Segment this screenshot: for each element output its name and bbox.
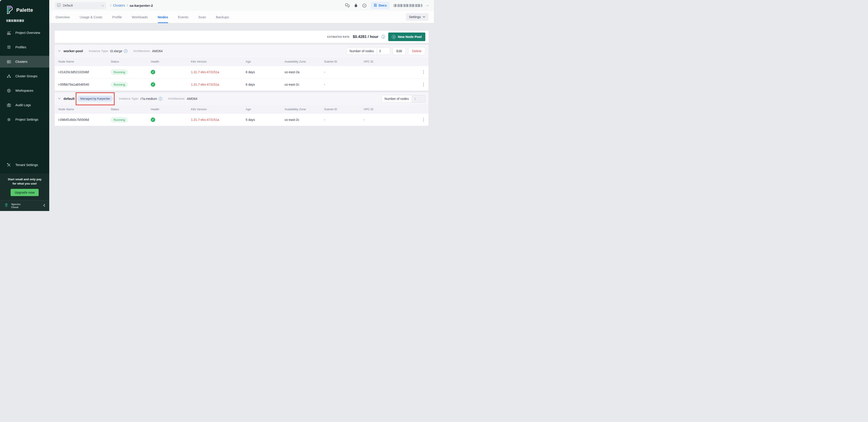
upgrade-now-button[interactable]: Upgrade now	[11, 189, 39, 196]
tab-profile[interactable]: Profile	[112, 11, 122, 23]
promo-line-1: Start small and only pay	[3, 177, 46, 182]
new-node-pool-button[interactable]: New Node Pool	[388, 33, 425, 41]
project-chart-icon	[57, 3, 61, 8]
tenant-name-redacted	[6, 20, 24, 22]
chevron-down-icon	[101, 3, 104, 7]
sidebar-item-profiles[interactable]: Profiles	[0, 41, 49, 53]
breadcrumb-current-page: sa-karpenter-2	[129, 4, 153, 7]
worker-pool-header: worker-pool Instance Type: t3.xlarge Arc…	[55, 45, 429, 57]
tab-scan[interactable]: Scan	[198, 11, 206, 23]
worker-pool-actions: Number of nodes 2 Edit Delete	[346, 47, 425, 55]
sidebar-item-project-settings[interactable]: Project Settings	[0, 113, 49, 125]
sidebar-footer: Spectro Cloud	[0, 200, 49, 211]
tab-workloads[interactable]: Workloads	[131, 11, 148, 23]
collapse-pool-chevron-icon[interactable]	[58, 98, 61, 100]
instance-type-info-icon[interactable]	[124, 49, 127, 53]
status-badge: Running	[111, 82, 128, 88]
user-name-redacted[interactable]	[394, 4, 422, 7]
table-row: i-05fbb79a1ab546540 Running 1.31.7-eks-4…	[55, 78, 429, 91]
edit-pool-button[interactable]: Edit	[393, 47, 406, 55]
top-right-actions: Docs	[345, 2, 429, 9]
settings-button[interactable]: Settings	[406, 13, 429, 21]
sidebar-item-label: Project Settings	[16, 118, 38, 121]
tools-icon	[6, 163, 11, 167]
sidebar-item-audit-logs[interactable]: Audit Logs	[0, 99, 49, 111]
top-bar: Default / Clusters / sa-karpenter-2	[49, 0, 434, 11]
project-selector[interactable]: Default	[55, 2, 106, 9]
default-pool-actions: Number of nodes 1	[381, 95, 425, 103]
breadcrumb-separator: /	[127, 4, 128, 7]
sidebar-item-label: Tenant Settings	[16, 163, 38, 167]
project-selector-value: Default	[63, 4, 99, 7]
breadcrumb-clusters-link[interactable]: Clusters	[113, 4, 125, 7]
health-check-icon	[151, 70, 155, 74]
sidebar-collapse-chevron-icon[interactable]	[43, 203, 45, 208]
tab-backups[interactable]: Backups	[216, 11, 229, 23]
pool-name: worker-pool	[63, 49, 83, 53]
rate-info-icon[interactable]	[381, 35, 385, 39]
estimated-rate-label: ESTIMATED RATE	[327, 35, 350, 38]
app-window: Palette Project Overview Profiles Clus	[0, 0, 434, 211]
sidebar-item-cluster-groups[interactable]: Cluster Groups	[0, 70, 49, 82]
number-of-nodes-label: Number of nodes	[382, 95, 412, 102]
sidebar-item-tenant-settings[interactable]: Tenant Settings	[0, 159, 49, 171]
promo-line-2: for what you use!	[3, 182, 46, 186]
node-count-input-disabled: 1	[412, 95, 425, 102]
subnet-id: -	[324, 83, 364, 86]
spectro-cloud-wordmark: Spectro Cloud	[11, 203, 21, 209]
node-pool-default: default Managed by Karpenter Instance Ty…	[55, 92, 429, 126]
book-icon	[374, 3, 377, 8]
bug-report-icon[interactable]	[354, 3, 358, 8]
availability-zone: us-east-2a	[284, 70, 324, 74]
managed-by-karpenter-badge: Managed by Karpenter	[77, 96, 113, 101]
delete-pool-button[interactable]: Delete	[408, 47, 425, 55]
breadcrumb-separator: /	[110, 4, 111, 7]
sidebar-item-workspaces[interactable]: Workspaces	[0, 85, 49, 96]
sidebar-item-label: Clusters	[16, 60, 27, 63]
node-age: 6 days	[246, 70, 284, 74]
tab-nodes[interactable]: Nodes	[157, 11, 168, 23]
node-pool-worker: worker-pool Instance Type: t3.xlarge Arc…	[55, 45, 429, 91]
docs-button[interactable]: Docs	[371, 2, 390, 9]
brand-name: Palette	[16, 7, 33, 13]
availability-zone: us-east-2c	[284, 83, 324, 86]
table-header-row: Node Name Status Health K8s Version Age …	[55, 105, 429, 113]
nodes-content: ESTIMATED RATE $0.4281 / hour New Node P…	[49, 23, 434, 211]
k8s-version: 1.31.7-eks-473151a	[191, 118, 246, 122]
help-compass-icon[interactable]	[362, 3, 367, 8]
tab-overview[interactable]: Overview	[55, 11, 70, 23]
tab-usage-costs[interactable]: Usage & Costs	[79, 11, 103, 23]
instance-type-info-icon[interactable]	[159, 97, 162, 100]
availability-zone: us-east-2c	[284, 118, 324, 122]
sidebar: Palette Project Overview Profiles Clus	[0, 0, 49, 211]
k8s-version: 1.31.7-eks-473151a	[191, 83, 246, 86]
rate-toolbar: ESTIMATED RATE $0.4281 / hour New Node P…	[55, 31, 429, 43]
sidebar-spacer	[0, 128, 49, 159]
server-icon	[6, 60, 11, 64]
sidebar-item-clusters[interactable]: Clusters	[0, 56, 49, 68]
node-name: i-01420c3d5210204bf	[58, 70, 111, 74]
collapse-pool-chevron-icon[interactable]	[58, 50, 61, 52]
node-count-input[interactable]: 2	[377, 47, 390, 55]
health-check-icon	[151, 118, 155, 122]
number-of-nodes-label: Number of nodes	[347, 47, 377, 55]
chat-icon[interactable]	[345, 3, 350, 8]
sidebar-item-project-overview[interactable]: Project Overview	[0, 27, 49, 39]
row-menu-kebab-icon[interactable]	[418, 118, 429, 122]
breadcrumb: / Clusters / sa-karpenter-2	[110, 4, 153, 7]
sidebar-item-label: Profiles	[16, 45, 26, 49]
architecture-meta: Architecture: AMD64	[133, 49, 162, 53]
node-age: 6 days	[246, 83, 284, 86]
row-menu-kebab-icon[interactable]	[418, 70, 429, 74]
health-check-icon	[151, 82, 155, 87]
table-row: i-0984f14b0c7b5506d Running 1.31.7-eks-4…	[55, 113, 429, 126]
audit-icon	[6, 103, 11, 107]
instance-type-meta: Instance Type: r7a.medium	[119, 97, 162, 100]
orbit-icon	[6, 89, 11, 93]
row-menu-kebab-icon[interactable]	[418, 83, 429, 87]
tab-events[interactable]: Events	[178, 11, 189, 23]
upgrade-promo: Start small and only pay for what you us…	[0, 173, 49, 200]
table-row: i-01420c3d5210204bf Running 1.31.7-eks-4…	[55, 66, 429, 78]
user-menu-chevron-icon[interactable]	[426, 3, 429, 7]
main-area: Default / Clusters / sa-karpenter-2	[49, 0, 434, 211]
